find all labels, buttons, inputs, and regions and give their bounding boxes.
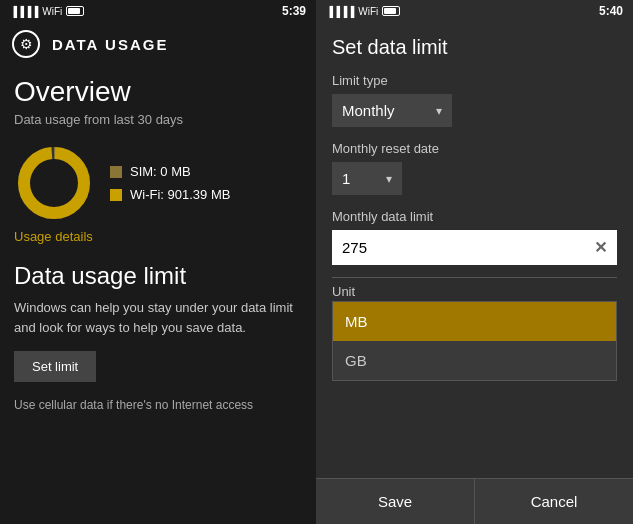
legend-label-sim: SIM: 0 MB: [130, 164, 191, 179]
reset-date-dropdown[interactable]: 1 ▾: [332, 162, 402, 195]
time-left: 5:39: [282, 4, 306, 18]
header-bar: ⚙ DATA USAGE: [0, 22, 316, 68]
status-bar-left: ▐▐▐▐ WiFi 5:39: [0, 0, 316, 22]
bottom-buttons: Save Cancel: [316, 478, 633, 524]
wifi-icon-right: WiFi: [358, 6, 378, 17]
wifi-icon: WiFi: [42, 6, 62, 17]
data-limit-field-label: Monthly data limit: [332, 209, 617, 224]
overview-title: Overview: [14, 76, 302, 108]
legend-label-wifi: Wi-Fi: 901.39 MB: [130, 187, 230, 202]
data-limit-title: Data usage limit: [14, 262, 302, 290]
battery-icon-right: [382, 6, 400, 16]
legend: SIM: 0 MB Wi-Fi: 901.39 MB: [110, 164, 230, 202]
chart-area: SIM: 0 MB Wi-Fi: 901.39 MB: [14, 143, 302, 223]
data-limit-input-row: ✕: [332, 230, 617, 265]
usage-details-link[interactable]: Usage details: [14, 229, 302, 244]
limit-type-arrow: ▾: [436, 104, 442, 118]
left-panel: ▐▐▐▐ WiFi 5:39 ⚙ DATA USAGE Overview Dat…: [0, 0, 316, 524]
cancel-button[interactable]: Cancel: [475, 479, 633, 524]
donut-chart: [14, 143, 94, 223]
status-icons-left: ▐▐▐▐ WiFi: [10, 6, 84, 17]
reset-date-label: Monthly reset date: [332, 141, 617, 156]
data-limit-input[interactable]: [332, 230, 584, 265]
limit-type-label: Limit type: [332, 73, 617, 88]
dialog-title: Set data limit: [332, 36, 617, 59]
unit-label: Unit: [332, 277, 617, 301]
legend-color-sim: [110, 166, 122, 178]
reset-date-arrow: ▾: [386, 172, 392, 186]
status-bar-right: ▐▐▐▐ WiFi 5:40: [316, 0, 633, 22]
svg-point-2: [24, 153, 84, 213]
left-content: Overview Data usage from last 30 days SI…: [0, 68, 316, 524]
unit-mb-option[interactable]: MB: [333, 302, 616, 341]
legend-item-wifi: Wi-Fi: 901.39 MB: [110, 187, 230, 202]
time-right: 5:40: [599, 4, 623, 18]
limit-type-value: Monthly: [342, 102, 395, 119]
right-content: Set data limit Limit type Monthly ▾ Mont…: [316, 22, 633, 478]
battery-icon-left: [66, 6, 84, 16]
data-limit-desc: Windows can help you stay under your dat…: [14, 298, 302, 337]
header-title: DATA USAGE: [52, 36, 168, 53]
status-icons-right: ▐▐▐▐ WiFi: [326, 6, 400, 17]
unit-gb-option[interactable]: GB: [333, 341, 616, 380]
clear-input-button[interactable]: ✕: [584, 234, 617, 261]
bottom-text: Use cellular data if there's no Internet…: [14, 396, 302, 414]
limit-type-dropdown[interactable]: Monthly ▾: [332, 94, 452, 127]
signal-icon-right: ▐▐▐▐: [326, 6, 354, 17]
overview-subtitle: Data usage from last 30 days: [14, 112, 302, 127]
gear-icon: ⚙: [12, 30, 40, 58]
signal-icon: ▐▐▐▐: [10, 6, 38, 17]
set-limit-button[interactable]: Set limit: [14, 351, 96, 382]
save-button[interactable]: Save: [316, 479, 475, 524]
right-panel: ▐▐▐▐ WiFi 5:40 Set data limit Limit type…: [316, 0, 633, 524]
reset-date-value: 1: [342, 170, 350, 187]
legend-color-wifi: [110, 189, 122, 201]
legend-item-sim: SIM: 0 MB: [110, 164, 230, 179]
unit-options: MB GB: [332, 301, 617, 381]
